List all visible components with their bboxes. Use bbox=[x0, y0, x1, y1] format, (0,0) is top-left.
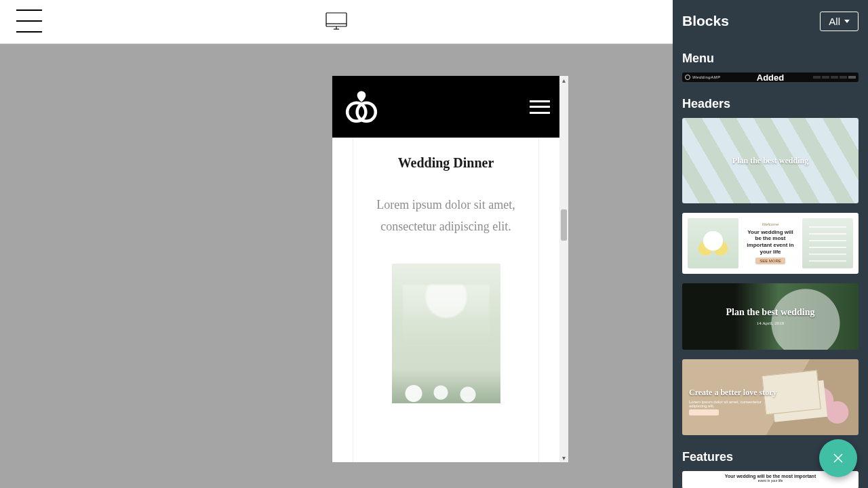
added-badge: Added bbox=[754, 73, 787, 82]
scrollbar-thumb[interactable] bbox=[561, 209, 567, 241]
blocks-panel: Blocks All Menu WeddingAMP Added Headers… bbox=[673, 0, 868, 488]
scroll-up-icon[interactable]: ▴ bbox=[559, 76, 568, 85]
blocks-panel-title: Blocks bbox=[682, 13, 729, 29]
thumb-button-placeholder bbox=[689, 409, 719, 415]
menu-links-placeholder bbox=[813, 76, 856, 79]
section-title-menu: Menu bbox=[682, 52, 859, 66]
block-thumb-header-3[interactable]: Plan the best wedding 14 April, 2018 bbox=[682, 283, 859, 350]
desktop-preview-button[interactable] bbox=[324, 9, 349, 34]
thumb-caption: Plan the best wedding bbox=[732, 156, 808, 166]
thumb-col-text: Welcome Your wedding will be the most im… bbox=[743, 218, 799, 268]
card-description: Lorem ipsum dolor sit amet, consectetur … bbox=[367, 194, 525, 238]
thumb-caption: Plan the best wedding bbox=[726, 307, 814, 318]
wedding-rings-icon bbox=[342, 87, 381, 127]
logo-ring-icon bbox=[685, 75, 690, 80]
card-title: Wedding Dinner bbox=[367, 155, 525, 171]
preview-scrollbar[interactable]: ▴ ▾ bbox=[559, 76, 568, 462]
card-image bbox=[392, 264, 500, 403]
thumb-caption: Your wedding will be the most important bbox=[725, 474, 816, 479]
thumb-caption: Create a better love story bbox=[689, 388, 777, 398]
scroll-down-icon[interactable]: ▾ bbox=[559, 453, 568, 462]
svg-rect-0 bbox=[326, 13, 347, 26]
thumb-button: SEE MORE bbox=[755, 258, 785, 264]
desktop-icon bbox=[324, 9, 349, 34]
chevron-down-icon bbox=[844, 20, 850, 23]
thumb-col-image-right bbox=[802, 218, 853, 268]
site-logo[interactable] bbox=[342, 87, 381, 127]
section-title-headers: Headers bbox=[682, 97, 859, 111]
thumb-caption: Your wedding will be the most important … bbox=[745, 229, 796, 255]
mobile-preview-frame: Wedding Dinner Lorem ipsum dolor sit ame… bbox=[332, 76, 559, 462]
site-navbar bbox=[332, 76, 559, 138]
block-thumb-header-4[interactable]: Create a better love story Lorem ipsum d… bbox=[682, 359, 859, 435]
block-thumb-header-2[interactable]: Welcome Your wedding will be the most im… bbox=[682, 213, 859, 274]
menu-brand: WeddingAMP bbox=[692, 75, 721, 79]
blocks-filter-button[interactable]: All bbox=[820, 12, 859, 31]
filter-label: All bbox=[829, 16, 840, 27]
main-menu-button[interactable] bbox=[16, 9, 42, 33]
thumb-subcaption: 14 April, 2018 bbox=[757, 321, 785, 326]
preview-body: Wedding Dinner Lorem ipsum dolor sit ame… bbox=[332, 138, 559, 462]
close-panel-button[interactable] bbox=[819, 439, 857, 477]
block-thumb-menu[interactable]: WeddingAMP Added bbox=[682, 73, 859, 82]
thumb-subcaption: event in your life bbox=[758, 479, 783, 483]
feature-card[interactable]: Wedding Dinner Lorem ipsum dolor sit ame… bbox=[353, 138, 539, 462]
blocks-panel-header: Blocks All bbox=[682, 0, 859, 42]
thumb-eyebrow: Welcome bbox=[762, 222, 779, 226]
close-icon bbox=[831, 451, 845, 465]
thumb-subcaption: Lorem ipsum dolor sit amet, consectetur … bbox=[689, 400, 770, 408]
thumb-col-image-left bbox=[688, 218, 738, 268]
block-thumb-header-1[interactable]: Plan the best wedding bbox=[682, 118, 859, 203]
editor-topbar bbox=[0, 0, 673, 44]
site-menu-button[interactable] bbox=[530, 100, 550, 114]
